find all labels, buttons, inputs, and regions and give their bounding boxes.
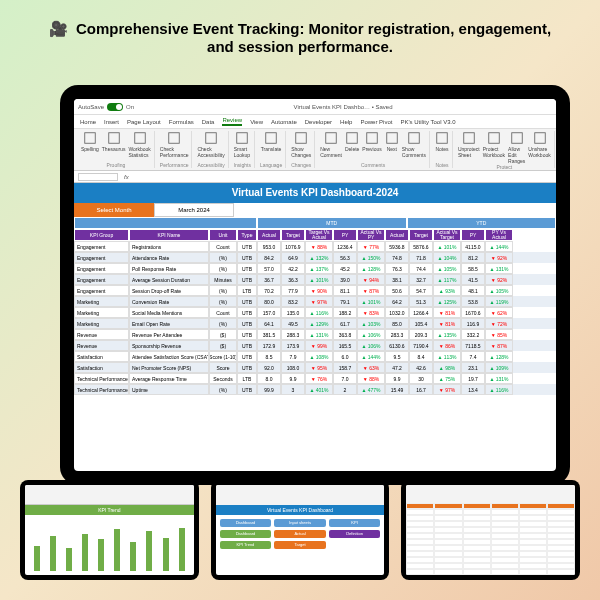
svg-rect-9 [347,133,358,144]
cell: Score [209,362,237,373]
ribbon-btn-new-comment[interactable]: New Comment [320,131,342,158]
cell: 70.2 [257,285,281,296]
col-header-target[interactable]: Target [409,229,433,241]
thumb2-target-btn[interactable]: Target [274,541,326,549]
ribbon-btn-notes[interactable]: Notes [435,131,449,152]
ribbon-btn-unshare-workbook[interactable]: Unshare Workbook [528,131,550,164]
month-dropdown[interactable]: March 2024 [154,203,234,217]
thumb2-dashboard-btn[interactable]: Dashboard [220,530,272,538]
table-row[interactable]: SatisfactionAttendee Satisfaction Score … [74,351,556,362]
cell: 209.3 [409,329,433,340]
ribbon-btn-translate[interactable]: Translate [261,131,282,152]
cell: ▼ 83% [357,307,385,318]
col-header-target-vs-actual[interactable]: Target Vs Actual [305,229,333,241]
cell: ▲ 144% [485,241,513,252]
ribbon-group-insights: Smart LookupInsights [231,131,255,168]
ribbon-tab-data[interactable]: Data [202,119,215,125]
col-header-py[interactable]: PY [333,229,357,241]
name-box[interactable] [78,173,118,181]
cell: ▲ 113% [433,351,461,362]
table-row[interactable]: EngagementAverage Session DurationMinute… [74,274,556,285]
svg-rect-7 [296,133,307,144]
thumbnail-nav-sheet: Virtual Events KPI Dashboard Dashboard D… [211,480,390,580]
autosave-toggle[interactable] [107,103,123,111]
ribbon-btn-delete[interactable]: Delete [345,131,359,158]
ribbon-tab-insert[interactable]: Insert [104,119,119,125]
ribbon-btn-smart-lookup[interactable]: Smart Lookup [234,131,251,158]
cell: UTB [237,318,257,329]
thumb3-cell [463,569,491,575]
cell: 157.0 [257,307,281,318]
ribbon-btn-previous[interactable]: Previous [362,131,381,158]
cell: 42.6 [409,362,433,373]
thumb2-definition-btn[interactable]: Definition [329,530,381,538]
ribbon-btn-unprotect-sheet[interactable]: Unprotect Sheet [458,131,480,164]
cell: 15.49 [385,384,409,395]
col-header-actual-vs-target[interactable]: Actual Vs Target [433,229,461,241]
cell: 7.0 [333,373,357,384]
table-row[interactable]: RevenueRevenue Per Attendee($)UTB381.528… [74,329,556,340]
col-header-kpi-group[interactable]: KPI Group [74,229,129,241]
formula-bar[interactable]: fx [74,171,556,183]
col-header-py-vs-actual[interactable]: PY Vs Actual [485,229,513,241]
thumb3-cell [406,569,434,575]
col-header-kpi-name[interactable]: KPI Name [129,229,209,241]
col-header-target[interactable]: Target [281,229,305,241]
cell: ▲ 103% [357,318,385,329]
ribbon-tab-pk-s-utility-tool-v3-0[interactable]: PK's Utility Tool V3.0 [400,119,455,125]
ribbon-btn-spelling[interactable]: Spelling [81,131,99,158]
ribbon-btn-check-performance[interactable]: Check Performance [160,131,189,158]
autosave-control[interactable]: AutoSave On [78,103,134,111]
table-row[interactable]: EngagementSession Drop-off Rate(%)LTB70.… [74,285,556,296]
table-row[interactable]: Technical PerformanceUptime(%)UTB99.93▲ … [74,384,556,395]
ribbon-tab-review[interactable]: Review [222,117,242,126]
cell: 81.1 [333,285,357,296]
ribbon-tab-formulas[interactable]: Formulas [169,119,194,125]
col-header-type[interactable]: Type [237,229,257,241]
table-row[interactable]: SatisfactionNet Promoter Score (NPS)Scor… [74,362,556,373]
thumb2-kpitrend-btn[interactable]: KPI Trend [220,541,272,549]
ribbon-tab-developer[interactable]: Developer [305,119,332,125]
ribbon-btn-thesaurus[interactable]: Thesaurus [102,131,126,158]
col-header-py[interactable]: PY [461,229,485,241]
col-header-actual[interactable]: Actual [257,229,281,241]
thumb2-actual-btn[interactable]: Actual [274,530,326,538]
ribbon-btn-next[interactable]: Next [385,131,399,158]
cell: 19.7 [461,373,485,384]
table-row[interactable]: EngagementPoll Response Rate(%)UTB57.042… [74,263,556,274]
table-row[interactable]: MarketingEmail Open Rate(%)UTB64.149.5▲ … [74,318,556,329]
ribbon-btn-show-changes[interactable]: Show Changes [291,131,311,158]
cell: ▲ 135% [433,329,461,340]
cell: ▼ 92% [485,274,513,285]
ribbon-btn-check-accessibility[interactable]: Check Accessibility [197,131,224,158]
ribbon-btn-allow-edit-ranges[interactable]: Allow Edit Ranges [508,131,525,164]
ribbon-tab-help[interactable]: Help [340,119,352,125]
ribbon-tab-automate[interactable]: Automate [271,119,297,125]
col-header-actual-vs-py[interactable]: Actual Vs PY [357,229,385,241]
headline-text: Comprehensive Event Tracking: Monitor re… [76,20,551,55]
ribbon-group-label: Notes [435,162,448,168]
ribbon-btn-workbook-statistics[interactable]: Workbook Statistics [128,131,150,158]
cell: ▲ 129% [305,318,333,329]
table-row[interactable]: EngagementRegistrationsCountUTB953.01076… [74,241,556,252]
fx-label: fx [124,174,129,180]
table-row[interactable]: MarketingConversion Rate(%)UTB80.083.2▼ … [74,296,556,307]
col-header-actual[interactable]: Actual [385,229,409,241]
ribbon-tab-power-pivot[interactable]: Power Pivot [360,119,392,125]
ribbon-tab-view[interactable]: View [250,119,263,125]
cell: UTB [237,329,257,340]
ribbon-tab-home[interactable]: Home [80,119,96,125]
cell: Engagement [74,285,129,296]
ribbon-btn-protect-workbook[interactable]: Protect Workbook [483,131,505,164]
table-row[interactable]: Technical PerformanceAverage Response Ti… [74,373,556,384]
table-row[interactable]: MarketingSocial Media MentionsCountUTB15… [74,307,556,318]
thumb2-col3-header: KPI [329,519,381,527]
table-row[interactable]: EngagementAttendance Rate(%)UTB84.264.9▲… [74,252,556,263]
col-header-unit[interactable]: Unit [209,229,237,241]
thumb3-cell [547,569,575,575]
cell: ▼ 90% [305,285,333,296]
ribbon-tab-page-layout[interactable]: Page Layout [127,119,161,125]
cell: 36.3 [281,274,305,285]
ribbon-btn-show-comments[interactable]: Show Comments [402,131,426,158]
table-row[interactable]: RevenueSponsorship Revenue($)UTB172.9173… [74,340,556,351]
